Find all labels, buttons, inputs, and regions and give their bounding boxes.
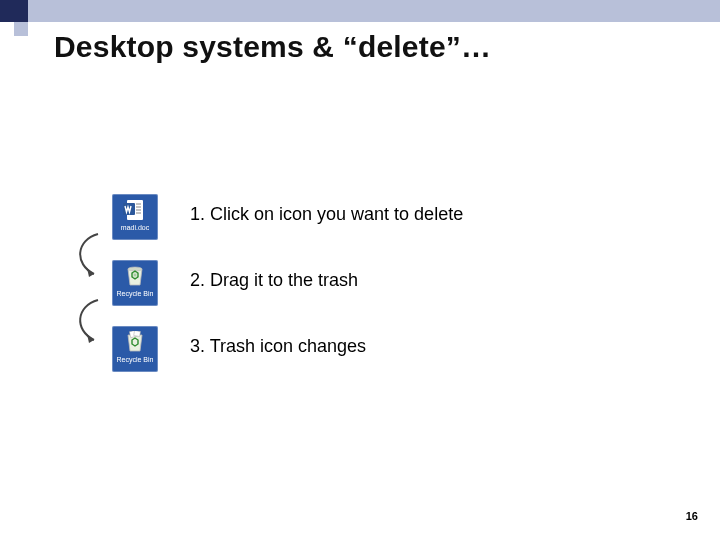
step-text: 3. Trash icon changes bbox=[190, 326, 366, 357]
step-row: madi.doc 1. Click on icon you want to de… bbox=[80, 194, 463, 260]
step-icon-wrapper: Recycle Bin bbox=[80, 326, 190, 372]
step-row: Recycle Bin 3. Trash icon changes bbox=[80, 326, 463, 392]
icon-label: Recycle Bin bbox=[117, 356, 154, 363]
step-row: Recycle Bin 2. Drag it to the trash bbox=[80, 260, 463, 326]
page-number: 16 bbox=[686, 510, 698, 522]
accent-dark-segment bbox=[0, 0, 28, 22]
word-document-icon: madi.doc bbox=[112, 194, 158, 240]
svg-rect-8 bbox=[134, 331, 141, 336]
step-text: 1. Click on icon you want to delete bbox=[190, 194, 463, 225]
document-glyph bbox=[123, 199, 147, 221]
accent-square bbox=[14, 22, 28, 36]
icon-label: Recycle Bin bbox=[117, 290, 154, 297]
slide-title: Desktop systems & “delete”… bbox=[54, 30, 491, 64]
accent-light-segment bbox=[28, 0, 720, 22]
step-icon-wrapper: Recycle Bin bbox=[80, 260, 190, 306]
slide-top-accent bbox=[0, 0, 720, 22]
bin-glyph bbox=[123, 265, 147, 287]
steps-list: madi.doc 1. Click on icon you want to de… bbox=[80, 194, 463, 392]
step-icon-wrapper: madi.doc bbox=[80, 194, 190, 240]
recycle-bin-full-icon: Recycle Bin bbox=[112, 326, 158, 372]
step-text: 2. Drag it to the trash bbox=[190, 260, 358, 291]
recycle-bin-empty-icon: Recycle Bin bbox=[112, 260, 158, 306]
icon-label: madi.doc bbox=[121, 224, 149, 231]
bin-full-glyph bbox=[123, 331, 147, 353]
